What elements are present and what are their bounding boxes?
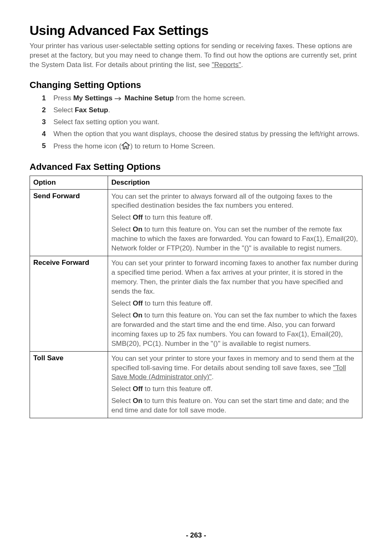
desc-text: to turn this feature off. bbox=[143, 385, 213, 393]
desc-text: You can set your printer to store your f… bbox=[111, 354, 354, 372]
step-number: 5 bbox=[42, 141, 48, 153]
step-text: from the home screen. bbox=[174, 94, 246, 102]
step-text: When the option that you want displays, … bbox=[53, 130, 360, 138]
desc-text: . bbox=[212, 373, 214, 381]
desc-paragraph: You can set your printer to store your f… bbox=[111, 354, 359, 382]
step-text: Press bbox=[53, 94, 73, 102]
step-bold: My Settings bbox=[73, 94, 112, 102]
desc-paragraph: You can set your printer to forward inco… bbox=[111, 259, 359, 297]
desc-bold: Off bbox=[133, 385, 143, 393]
option-cell: Receive Forward bbox=[30, 256, 108, 351]
desc-bold: On bbox=[133, 397, 143, 405]
heading-changing-setting-options: Changing Setting Options bbox=[30, 80, 362, 90]
desc-text: to turn this feature off. bbox=[143, 213, 213, 221]
step-text: ) to return to Home Screen. bbox=[130, 142, 215, 150]
desc-text: Select bbox=[111, 213, 133, 221]
desc-paragraph: Select Off to turn this feature off. bbox=[111, 213, 359, 222]
col-option: Option bbox=[30, 176, 108, 189]
step-number: 1 bbox=[42, 94, 48, 103]
step-number: 3 bbox=[42, 118, 48, 127]
desc-paragraph: Select Off to turn this feature off. bbox=[111, 299, 359, 308]
step-text: Press the home icon ( bbox=[53, 142, 121, 150]
heading-advanced-fax-setting-options: Advanced Fax Setting Options bbox=[30, 162, 362, 172]
step-bold: Fax Setup bbox=[75, 106, 108, 114]
description-cell: You can set your printer to forward inco… bbox=[108, 256, 362, 351]
options-table: Option Description Send Forward You can … bbox=[30, 176, 362, 419]
intro-paragraph: Your printer has various user-selectable… bbox=[30, 42, 362, 70]
step-text: Select fax setting option you want. bbox=[53, 118, 159, 126]
step-text: . bbox=[108, 106, 110, 114]
table-row: Toll Save You can set your printer to st… bbox=[30, 351, 362, 418]
step-body: Press My Settings Machine Setup from the… bbox=[53, 94, 362, 103]
step-5: 5 Press the home icon () to return to Ho… bbox=[42, 141, 362, 153]
desc-bold: On bbox=[133, 311, 143, 319]
step-bold: Machine Setup bbox=[125, 94, 174, 102]
page-number: - 263 - bbox=[0, 531, 392, 540]
col-description: Description bbox=[108, 176, 362, 189]
step-text: Select bbox=[53, 106, 75, 114]
desc-paragraph: Select On to turn this feature on. You c… bbox=[111, 311, 359, 349]
desc-text: Select bbox=[111, 225, 133, 233]
desc-text: Select bbox=[111, 311, 133, 319]
option-cell: Toll Save bbox=[30, 351, 108, 418]
step-4: 4 When the option that you want displays… bbox=[42, 130, 362, 139]
desc-text: to turn this feature on. You can set the… bbox=[111, 225, 358, 252]
table-row: Receive Forward You can set your printer… bbox=[30, 256, 362, 351]
table-row: Send Forward You can set the printer to … bbox=[30, 189, 362, 256]
desc-paragraph: Select On to turn this feature on. You c… bbox=[111, 396, 359, 415]
step-body: Select Fax Setup. bbox=[53, 106, 362, 115]
steps-list: 1 Press My Settings Machine Setup from t… bbox=[42, 94, 362, 153]
desc-text: to turn this feature on. You can set the… bbox=[111, 311, 357, 348]
table-header-row: Option Description bbox=[30, 176, 362, 189]
step-number: 2 bbox=[42, 106, 48, 115]
step-3: 3 Select fax setting option you want. bbox=[42, 118, 362, 127]
desc-bold: On bbox=[133, 225, 143, 233]
desc-bold: Off bbox=[133, 213, 143, 221]
desc-text: Select bbox=[111, 397, 133, 405]
step-body: When the option that you want displays, … bbox=[53, 130, 362, 139]
step-body: Press the home icon () to return to Home… bbox=[53, 141, 362, 153]
desc-paragraph: Select Off to turn this feature off. bbox=[111, 385, 359, 394]
arrow-icon bbox=[114, 94, 122, 104]
page-title: Using Advanced Fax Settings bbox=[30, 23, 362, 38]
intro-after: . bbox=[241, 61, 243, 69]
intro-text: Your printer has various user-selectable… bbox=[30, 42, 357, 69]
home-icon bbox=[121, 141, 130, 153]
option-cell: Send Forward bbox=[30, 189, 108, 256]
step-2: 2 Select Fax Setup. bbox=[42, 106, 362, 115]
desc-text: to turn this feature off. bbox=[143, 299, 213, 307]
description-cell: You can set the printer to always forwar… bbox=[108, 189, 362, 256]
step-1: 1 Press My Settings Machine Setup from t… bbox=[42, 94, 362, 103]
desc-text: to turn this feature on. You can set the… bbox=[111, 397, 349, 414]
step-body: Select fax setting option you want. bbox=[53, 118, 362, 127]
description-cell: You can set your printer to store your f… bbox=[108, 351, 362, 418]
reports-link[interactable]: "Reports" bbox=[212, 61, 241, 69]
desc-paragraph: Select On to turn this feature on. You c… bbox=[111, 225, 359, 253]
step-number: 4 bbox=[42, 130, 48, 139]
desc-bold: Off bbox=[133, 299, 143, 307]
desc-text: Select bbox=[111, 385, 133, 393]
desc-text: Select bbox=[111, 299, 133, 307]
desc-paragraph: You can set the printer to always forwar… bbox=[111, 192, 359, 211]
